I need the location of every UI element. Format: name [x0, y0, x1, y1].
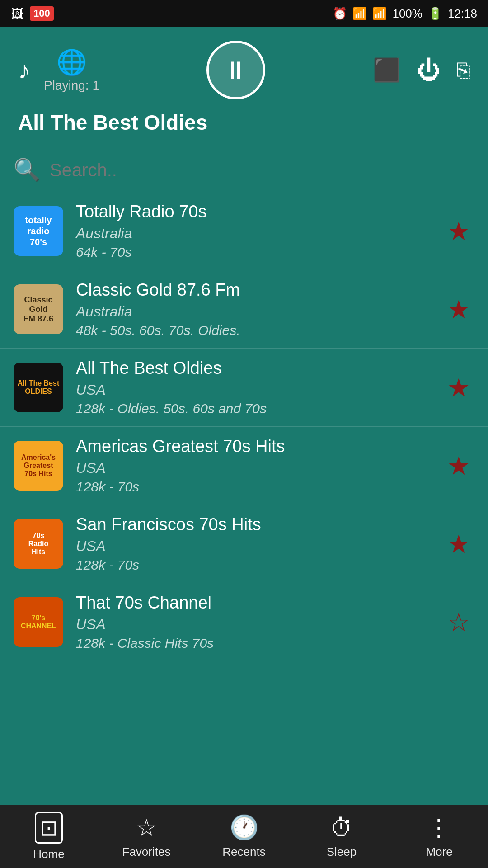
station-meta-3: 128k - Oldies. 50s. 60s and 70s — [76, 401, 443, 416]
station-country-2: Australia — [76, 303, 443, 320]
music-icon[interactable]: ♪ — [18, 56, 30, 84]
share-button[interactable]: ⎘ — [457, 58, 470, 83]
player-left: ♪ 🌐 Playing: 1 — [18, 48, 99, 93]
more-label: More — [426, 845, 452, 859]
station-logo-3: All The Best OLDIES — [14, 363, 63, 412]
pause-icon: ⏸ — [223, 56, 249, 85]
battery-icon: 🔋 — [428, 7, 442, 21]
station-info-3: All The Best OldiesUSA128k - Oldies. 50s… — [76, 359, 443, 416]
wifi-icon: 📶 — [352, 7, 367, 21]
signal-icon: 📶 — [372, 7, 387, 21]
favorite-star-1[interactable]: ★ — [443, 212, 474, 250]
station-info-4: Americas Greatest 70s HitsUSA128k - 70s — [76, 437, 443, 495]
station-item-4[interactable]: America's Greatest 70s HitsAmericas Grea… — [0, 427, 488, 505]
more-icon: ⋮ — [427, 814, 451, 841]
recents-icon: 🕐 — [230, 814, 259, 841]
station-item-3[interactable]: All The Best OLDIESAll The Best OldiesUS… — [0, 349, 488, 427]
station-logo-5: 70s Radio Hits — [14, 519, 63, 569]
station-info-1: Totally Radio 70sAustralia64k - 70s — [76, 202, 443, 260]
player-left-icons: ♪ — [18, 56, 30, 84]
photo-icon: 🖼 — [11, 6, 23, 21]
favorites-label: Favorites — [122, 845, 171, 859]
alarm-icon: ⏰ — [333, 7, 347, 21]
station-country-6: USA — [76, 616, 443, 633]
favorite-star-4[interactable]: ★ — [443, 447, 474, 485]
pause-button[interactable]: ⏸ — [206, 41, 265, 99]
nav-recents[interactable]: 🕐 Recents — [195, 808, 293, 864]
recents-label: Recents — [222, 845, 265, 859]
nav-favorites[interactable]: ☆ Favorites — [98, 809, 195, 864]
station-info-2: Classic Gold 87.6 FmAustralia48k - 50s. … — [76, 280, 443, 338]
favorite-star-6[interactable]: ☆ — [443, 603, 474, 642]
search-input[interactable] — [50, 160, 474, 180]
station-logo-2: Classic Gold FM 87.6 — [14, 284, 63, 334]
bottom-nav: ⊡ Home ☆ Favorites 🕐 Recents ⏱ Sleep ⋮ M… — [0, 805, 488, 868]
station-info-6: That 70s ChannelUSA128k - Classic Hits 7… — [76, 593, 443, 651]
status-bar: 🖼 100 ⏰ 📶 📶 100% 🔋 12:18 — [0, 0, 488, 27]
station-logo-4: America's Greatest 70s Hits — [14, 441, 63, 491]
station-list: totally radio 70'sTotally Radio 70sAustr… — [0, 192, 488, 868]
playing-label: Playing: 1 — [44, 78, 99, 93]
favorite-star-2[interactable]: ★ — [443, 290, 474, 329]
status-right: ⏰ 📶 📶 100% 🔋 12:18 — [333, 7, 477, 21]
station-country-1: Australia — [76, 225, 443, 242]
station-item-6[interactable]: 70's CHANNELThat 70s ChannelUSA128k - Cl… — [0, 583, 488, 661]
player-header: ♪ 🌐 Playing: 1 ⏸ ⬛ ⏻ ⎘ All The Best Oldi… — [0, 27, 488, 148]
station-country-3: USA — [76, 382, 443, 398]
station-meta-2: 48k - 50s. 60s. 70s. Oldies. — [76, 323, 443, 338]
station-name-4: Americas Greatest 70s Hits — [76, 437, 443, 456]
station-meta-6: 128k - Classic Hits 70s — [76, 636, 443, 651]
sleep-icon: ⏱ — [330, 814, 353, 841]
player-right: ⬛ ⏻ ⎘ — [373, 57, 470, 84]
radio-icon: 100 — [30, 6, 54, 21]
station-name-5: San Franciscos 70s Hits — [76, 515, 443, 534]
sleep-label: Sleep — [327, 845, 357, 859]
station-name-6: That 70s Channel — [76, 593, 443, 613]
globe-icon[interactable]: 🌐 — [56, 48, 87, 76]
station-item-2[interactable]: Classic Gold FM 87.6Classic Gold 87.6 Fm… — [0, 270, 488, 349]
station-meta-4: 128k - 70s — [76, 479, 443, 495]
station-logo-1: totally radio 70's — [14, 206, 63, 256]
home-label: Home — [33, 847, 64, 861]
home-icon: ⊡ — [35, 812, 63, 844]
station-meta-1: 64k - 70s — [76, 245, 443, 260]
nav-more[interactable]: ⋮ More — [390, 809, 488, 864]
search-bar: 🔍 — [0, 148, 488, 192]
power-button[interactable]: ⏻ — [417, 57, 441, 84]
player-controls: ♪ 🌐 Playing: 1 ⏸ ⬛ ⏻ ⎘ — [18, 41, 470, 99]
station-info-5: San Franciscos 70s HitsUSA128k - 70s — [76, 515, 443, 573]
stop-button[interactable]: ⬛ — [373, 57, 401, 83]
favorite-star-3[interactable]: ★ — [443, 368, 474, 407]
status-left: 🖼 100 — [11, 6, 54, 21]
station-name-3: All The Best Oldies — [76, 359, 443, 378]
station-meta-5: 128k - 70s — [76, 557, 443, 573]
station-country-5: USA — [76, 538, 443, 555]
station-name-1: Totally Radio 70s — [76, 202, 443, 222]
station-item-1[interactable]: totally radio 70'sTotally Radio 70sAustr… — [0, 192, 488, 270]
now-playing-title: All The Best Oldies — [18, 110, 470, 135]
station-item-5[interactable]: 70s Radio HitsSan Franciscos 70s HitsUSA… — [0, 505, 488, 583]
battery-label: 100% — [392, 7, 422, 21]
favorite-star-5[interactable]: ★ — [443, 525, 474, 563]
time-label: 12:18 — [448, 7, 477, 21]
search-icon: 🔍 — [14, 157, 41, 183]
favorites-icon: ☆ — [136, 814, 157, 841]
globe-playing-group: 🌐 Playing: 1 — [44, 48, 99, 93]
search-inner: 🔍 — [14, 157, 474, 183]
station-name-2: Classic Gold 87.6 Fm — [76, 280, 443, 300]
station-logo-6: 70's CHANNEL — [14, 597, 63, 647]
station-country-4: USA — [76, 460, 443, 476]
nav-sleep[interactable]: ⏱ Sleep — [293, 809, 390, 864]
nav-home[interactable]: ⊡ Home — [0, 807, 98, 867]
